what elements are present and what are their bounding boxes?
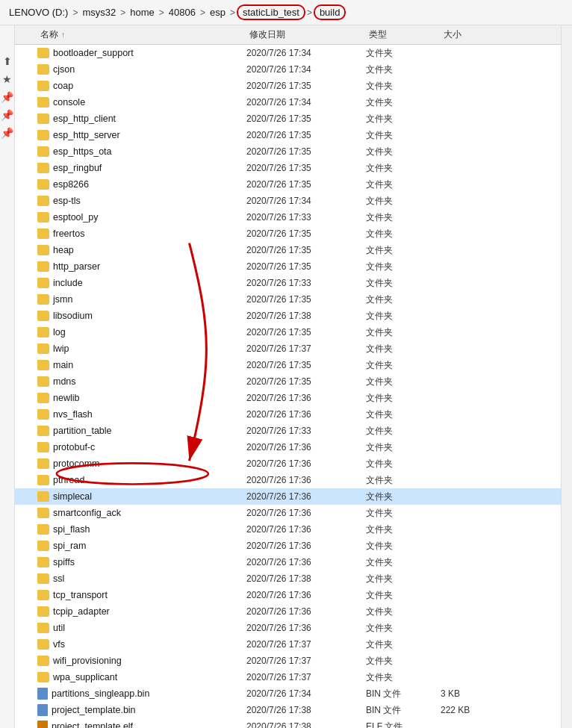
file-type: 文件夹 <box>366 671 441 684</box>
col-type[interactable]: 类型 <box>366 28 441 41</box>
file-row[interactable]: tcp_transport 2020/7/26 17:36 文件夹 <box>15 587 561 603</box>
file-row[interactable]: protobuf-c 2020/7/26 17:36 文件夹 <box>15 439 561 455</box>
file-row[interactable]: libsodium 2020/7/26 17:38 文件夹 <box>15 308 561 324</box>
breadcrumb-40806[interactable]: 40806 <box>166 5 199 19</box>
file-row[interactable]: freertos 2020/7/26 17:35 文件夹 <box>15 225 561 242</box>
file-row[interactable]: ssl 2020/7/26 17:38 文件夹 <box>15 570 561 587</box>
file-date: 2020/7/26 17:36 <box>246 590 366 600</box>
nav-icon-2[interactable]: ★ <box>2 73 12 85</box>
file-name-cell: util <box>37 623 246 633</box>
file-row[interactable]: project_template.bin 2020/7/26 17:38 BIN… <box>15 702 561 718</box>
file-row[interactable]: esp_http_server 2020/7/26 17:35 文件夹 <box>15 127 561 143</box>
col-date[interactable]: 修改日期 <box>246 28 366 41</box>
file-type: 文件夹 <box>366 310 441 323</box>
breadcrumb-home[interactable]: home <box>127 5 158 19</box>
breadcrumb-esp[interactable]: esp <box>207 5 229 19</box>
file-date: 2020/7/26 17:33 <box>246 278 366 288</box>
file-name-cell: esp_https_ota <box>37 146 246 157</box>
file-row[interactable]: main 2020/7/26 17:35 文件夹 <box>15 357 561 373</box>
file-date: 2020/7/26 17:36 <box>246 606 366 617</box>
file-date: 2020/7/26 17:36 <box>246 393 366 403</box>
file-type: 文件夹 <box>366 491 441 503</box>
file-row[interactable]: include 2020/7/26 17:33 文件夹 <box>15 275 561 291</box>
file-name-label: console <box>53 97 85 108</box>
col-size[interactable]: 大小 <box>441 28 500 41</box>
folder-icon <box>37 606 49 617</box>
file-name-label: tcp_transport <box>53 590 108 600</box>
file-row[interactable]: wpa_supplicant 2020/7/26 17:37 文件夹 <box>15 669 561 685</box>
file-type: 文件夹 <box>366 392 441 405</box>
nav-icon-4[interactable]: 📌 <box>1 109 13 121</box>
nav-icon-1[interactable]: ⬆ <box>3 55 12 67</box>
file-name-label: vfs <box>53 639 65 650</box>
file-row[interactable]: console 2020/7/26 17:34 文件夹 <box>15 94 561 111</box>
file-name-label: esp-tls <box>53 196 81 206</box>
bin-file-icon <box>37 688 48 700</box>
file-row[interactable]: wifi_provisioning 2020/7/26 17:37 文件夹 <box>15 653 561 669</box>
file-row[interactable]: spi_ram 2020/7/26 17:36 文件夹 <box>15 538 561 554</box>
file-row[interactable]: vfs 2020/7/26 17:37 文件夹 <box>15 636 561 653</box>
file-row[interactable]: simplecal 2020/7/26 17:36 文件夹 <box>15 488 561 505</box>
nav-icon-5[interactable]: 📌 <box>1 127 13 139</box>
file-date: 2020/7/26 17:38 <box>246 721 366 728</box>
file-row[interactable]: esp_http_client 2020/7/26 17:35 文件夹 <box>15 111 561 127</box>
left-sidebar: ⬆ ★ 📌 📌 📌 <box>0 25 15 728</box>
file-name-label: protobuf-c <box>53 442 95 452</box>
file-date: 2020/7/26 17:36 <box>246 623 366 633</box>
file-row[interactable]: coap 2020/7/26 17:35 文件夹 <box>15 78 561 94</box>
file-row[interactable]: spiffs 2020/7/26 17:36 文件夹 <box>15 554 561 570</box>
file-name-cell: main <box>37 360 246 370</box>
breadcrumb-msys32[interactable]: msys32 <box>79 5 119 19</box>
file-name-cell: newlib <box>37 393 246 403</box>
file-row[interactable]: esp_https_ota 2020/7/26 17:35 文件夹 <box>15 143 561 160</box>
file-row[interactable]: lwip 2020/7/26 17:37 文件夹 <box>15 340 561 357</box>
file-date: 2020/7/26 17:37 <box>246 656 366 666</box>
file-row[interactable]: util 2020/7/26 17:36 文件夹 <box>15 620 561 636</box>
file-type: 文件夹 <box>366 244 441 257</box>
file-name-label: tcpip_adapter <box>53 606 110 617</box>
file-row[interactable]: esptool_py 2020/7/26 17:33 文件夹 <box>15 209 561 225</box>
file-row[interactable]: pthread 2020/7/26 17:36 文件夹 <box>15 472 561 488</box>
file-name-cell: esptool_py <box>37 212 246 223</box>
scrollbar[interactable] <box>561 25 572 728</box>
file-date: 2020/7/26 17:34 <box>246 688 366 699</box>
file-row[interactable]: esp8266 2020/7/26 17:35 文件夹 <box>15 176 561 193</box>
file-row[interactable]: http_parser 2020/7/26 17:35 文件夹 <box>15 258 561 275</box>
file-name-label: esp_http_client <box>53 113 116 124</box>
file-date: 2020/7/26 17:35 <box>246 81 366 91</box>
file-row[interactable]: nvs_flash 2020/7/26 17:36 文件夹 <box>15 406 561 423</box>
file-name-cell: protocomm <box>37 458 246 469</box>
file-row[interactable]: esp-tls 2020/7/26 17:34 文件夹 <box>15 193 561 209</box>
file-row[interactable]: cjson 2020/7/26 17:34 文件夹 <box>15 61 561 78</box>
file-row[interactable]: bootloader_support 2020/7/26 17:34 文件夹 <box>15 45 561 61</box>
col-name[interactable]: 名称 ↑ <box>37 28 246 41</box>
file-date: 2020/7/26 17:38 <box>246 705 366 715</box>
file-row[interactable]: partitions_singleapp.bin 2020/7/26 17:34… <box>15 685 561 702</box>
file-row[interactable]: tcpip_adapter 2020/7/26 17:36 文件夹 <box>15 603 561 620</box>
file-row[interactable]: mdns 2020/7/26 17:35 文件夹 <box>15 373 561 390</box>
file-row[interactable]: log 2020/7/26 17:35 文件夹 <box>15 324 561 340</box>
breadcrumb-build[interactable]: build <box>314 4 346 20</box>
file-date: 2020/7/26 17:36 <box>246 508 366 518</box>
file-row[interactable]: spi_flash 2020/7/26 17:36 文件夹 <box>15 521 561 538</box>
folder-icon <box>37 228 49 239</box>
breadcrumb-lenovo[interactable]: LENOVO (D:) <box>6 5 71 19</box>
file-name-cell: pthread <box>37 475 246 485</box>
file-name-cell: esp8266 <box>37 179 246 190</box>
file-date: 2020/7/26 17:35 <box>246 113 366 124</box>
file-date: 2020/7/26 17:35 <box>246 228 366 239</box>
file-row[interactable]: protocomm 2020/7/26 17:36 文件夹 <box>15 455 561 472</box>
breadcrumb-staticlib[interactable]: staticLib_test <box>237 4 305 20</box>
file-row[interactable]: partition_table 2020/7/26 17:33 文件夹 <box>15 423 561 439</box>
file-row[interactable]: esp_ringbuf 2020/7/26 17:35 文件夹 <box>15 160 561 176</box>
file-row[interactable]: jsmn 2020/7/26 17:35 文件夹 <box>15 291 561 308</box>
file-name-label: esp_ringbuf <box>53 163 102 173</box>
file-row[interactable]: project_template.elf 2020/7/26 17:38 ELF… <box>15 718 561 728</box>
folder-icon <box>37 48 49 58</box>
folder-icon <box>37 442 49 452</box>
file-type: 文件夹 <box>366 655 441 668</box>
file-row[interactable]: newlib 2020/7/26 17:36 文件夹 <box>15 390 561 406</box>
file-row[interactable]: smartconfig_ack 2020/7/26 17:36 文件夹 <box>15 505 561 521</box>
file-row[interactable]: heap 2020/7/26 17:35 文件夹 <box>15 242 561 258</box>
nav-icon-3[interactable]: 📌 <box>1 91 13 103</box>
